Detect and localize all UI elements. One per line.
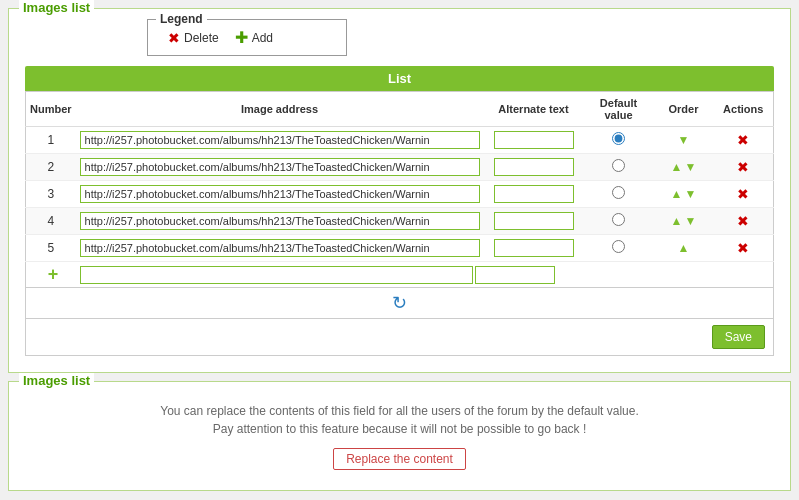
legend-box: Legend ✖ Delete ✚ Add [147,19,347,56]
row-default-radio[interactable] [612,159,625,172]
row-default-radio[interactable] [612,240,625,253]
row-default-radio[interactable] [612,132,625,145]
add-icon: ✚ [235,28,248,47]
legend-add-label: Add [252,31,273,45]
legend-delete-label: Delete [184,31,219,45]
row-alt-cell [484,127,584,154]
row-delete-button[interactable]: ✖ [737,213,749,229]
replace-content-button[interactable]: Replace the content [333,448,466,470]
row-alt-input[interactable] [494,185,574,203]
row-default-cell [584,208,654,235]
add-row: + [28,264,771,285]
legend-add-item: ✚ Add [235,28,273,47]
row-alt-input[interactable] [494,158,574,176]
row-url-cell [76,235,484,262]
col-header-order: Order [654,92,714,127]
row-order-cell: ▲▼ [654,208,714,235]
add-alt-input[interactable] [475,266,555,284]
row-alt-cell [484,235,584,262]
row-actions-cell: ✖ [714,154,774,181]
row-down-button[interactable]: ▼ [684,159,698,175]
row-alt-input[interactable] [494,239,574,257]
row-url-input[interactable] [80,158,480,176]
images-list-top-label: Images list [19,0,94,15]
row-url-input[interactable] [80,131,480,149]
add-url-input[interactable] [80,266,473,284]
row-number: 1 [26,127,76,154]
table-row: 2▲▼✖ [26,154,774,181]
row-default-cell [584,127,654,154]
row-alt-input[interactable] [494,131,574,149]
row-default-cell [584,154,654,181]
save-button[interactable]: Save [712,325,765,349]
table-row: 4▲▼✖ [26,208,774,235]
refresh-row: ↻ [25,288,774,319]
row-order-cell: ▼ [654,127,714,154]
col-header-default: Default value [584,92,654,127]
list-header: List [25,66,774,91]
row-delete-button[interactable]: ✖ [737,132,749,148]
row-up-button[interactable]: ▲ [670,159,684,175]
bottom-line2: Pay attention to this feature because it… [37,422,762,436]
row-url-cell [76,154,484,181]
table-row: 5▲✖ [26,235,774,262]
row-alt-cell [484,181,584,208]
images-list-bottom-label: Images list [19,373,94,388]
row-alt-input[interactable] [494,212,574,230]
table-header-row: Number Image address Alternate text Defa… [26,92,774,127]
row-url-input[interactable] [80,212,480,230]
list-table: Number Image address Alternate text Defa… [25,91,774,262]
row-actions-cell: ✖ [714,235,774,262]
table-row: 3▲▼✖ [26,181,774,208]
col-header-actions: Actions [714,92,774,127]
row-number: 2 [26,154,76,181]
row-alt-cell [484,208,584,235]
row-number: 4 [26,208,76,235]
col-header-number: Number [26,92,76,127]
row-url-input[interactable] [80,239,480,257]
row-url-cell [76,181,484,208]
col-header-address: Image address [76,92,484,127]
add-row-table: + [25,262,774,288]
legend-content: ✖ Delete ✚ Add [168,28,326,47]
row-delete-button[interactable]: ✖ [737,159,749,175]
legend-title: Legend [156,12,207,26]
col-header-alt: Alternate text [484,92,584,127]
refresh-icon[interactable]: ↻ [392,293,407,313]
row-up-button[interactable]: ▲ [677,240,691,256]
row-order-cell: ▲ [654,235,714,262]
row-actions-cell: ✖ [714,208,774,235]
row-actions-cell: ✖ [714,181,774,208]
delete-icon: ✖ [168,30,180,46]
row-alt-cell [484,154,584,181]
row-order-cell: ▲▼ [654,154,714,181]
row-default-radio[interactable] [612,186,625,199]
images-list-bottom-section: Images list You can replace the contents… [8,381,791,491]
row-down-button[interactable]: ▼ [684,213,698,229]
row-actions-cell: ✖ [714,127,774,154]
row-default-cell [584,235,654,262]
row-number: 3 [26,181,76,208]
row-url-input[interactable] [80,185,480,203]
row-order-cell: ▲▼ [654,181,714,208]
row-default-radio[interactable] [612,213,625,226]
bottom-line1: You can replace the contents of this fie… [37,404,762,418]
add-alt-cell [475,264,575,285]
images-list-top-section: Images list Legend ✖ Delete ✚ Add List [8,8,791,373]
row-number: 5 [26,235,76,262]
row-default-cell [584,181,654,208]
table-row: 1▼✖ [26,127,774,154]
legend-delete-item: ✖ Delete [168,30,219,46]
add-row-plus-icon[interactable]: + [48,264,59,284]
row-down-button[interactable]: ▼ [684,186,698,202]
row-url-cell [76,127,484,154]
row-delete-button[interactable]: ✖ [737,240,749,256]
row-down-button[interactable]: ▼ [677,132,691,148]
row-url-cell [76,208,484,235]
bottom-content: You can replace the contents of this fie… [17,392,782,478]
row-up-button[interactable]: ▲ [670,186,684,202]
list-section: List Number Image address Alternate text… [25,66,774,356]
row-delete-button[interactable]: ✖ [737,186,749,202]
row-up-button[interactable]: ▲ [670,213,684,229]
save-row: Save [25,319,774,356]
